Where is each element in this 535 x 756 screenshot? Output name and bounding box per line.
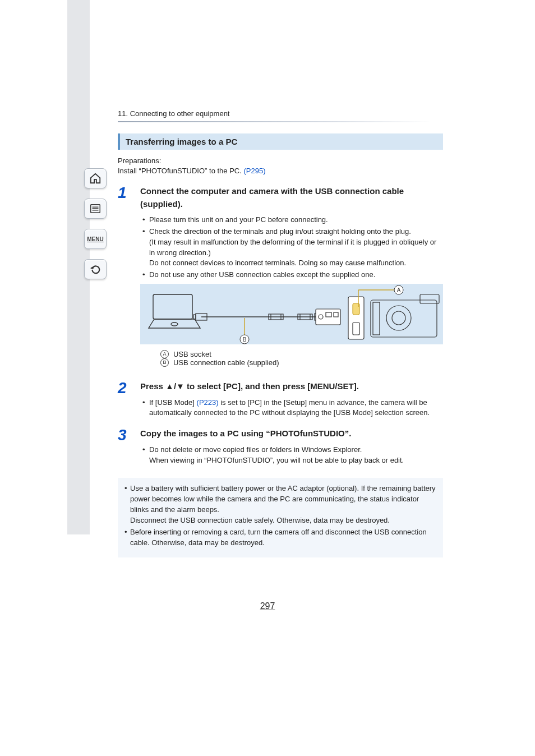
toc-icon [89, 202, 102, 215]
bottom-note-1-text: Use a battery with sufficient battery po… [130, 484, 436, 514]
step-3-bullet-1-text: Do not delete or move copied files or fo… [149, 445, 362, 454]
page-number[interactable]: 297 [0, 601, 535, 611]
diagram-marker-b: B [243, 336, 247, 343]
step-1-bullet-2-text: Check the direction of the terminals and… [149, 227, 411, 236]
step-1-bullet-1-text: Please turn this unit on and your PC bef… [149, 215, 328, 224]
step-3-bullet-1-cont: When viewing in “PHOTOfunSTUDIO”, you wi… [149, 455, 443, 466]
svg-point-5 [171, 322, 178, 326]
bottom-notes: Use a battery with sufficient battery po… [118, 478, 443, 557]
preparations-text: Install “PHOTOfunSTUDIO” to the PC. [118, 167, 243, 175]
legend-a-text: USB socket [173, 350, 211, 358]
section-heading: Transferring images to a PC [118, 133, 443, 150]
step-2-bullet-1-prefix: If [USB Mode] [149, 398, 197, 407]
menu-icon-label: MENU [87, 236, 103, 242]
breadcrumb: 11. Connecting to other equipment [118, 109, 443, 118]
bottom-note-2-text: Before inserting or removing a card, tur… [130, 528, 427, 547]
legend-a-marker: A [160, 350, 169, 358]
legend-b-marker: B [160, 358, 169, 367]
step-3-title: Copy the images to a PC using “PHOTOfunS… [140, 427, 443, 440]
svg-rect-4 [153, 294, 192, 319]
connection-diagram: A B [140, 284, 443, 344]
step-1-number: 1 [118, 185, 130, 372]
home-icon [89, 172, 102, 185]
sidebar-back-button[interactable] [84, 259, 107, 279]
breadcrumb-divider [118, 121, 432, 122]
svg-rect-24 [371, 300, 437, 337]
step-1-bullet-2-cont2: Do not connect devices to incorrect term… [149, 258, 443, 269]
up-down-arrow-icon: ▲/▼ [165, 381, 185, 391]
bottom-note-1-sub: Disconnect the USB connection cable safe… [130, 515, 436, 526]
diagram-marker-a: A [397, 287, 401, 293]
step-2-number: 2 [118, 380, 130, 420]
bottom-note-1: Use a battery with sufficient battery po… [124, 483, 436, 525]
svg-point-26 [386, 306, 411, 330]
step-2-bullet-1: If [USB Mode] (P223) is set to [PC] in t… [142, 398, 443, 419]
diagram-legend: A USB socket B USB connection cable (sup… [160, 350, 443, 367]
step-2-title-prefix: Press [140, 381, 165, 391]
sidebar-home-button[interactable] [84, 168, 107, 188]
step-3: 3 Copy the images to a PC using “PHOTOfu… [118, 427, 443, 467]
svg-rect-28 [373, 302, 380, 335]
step-1-bullet-2: Check the direction of the terminals and… [142, 227, 443, 269]
step-1-bullet-3: Do not use any other USB connection cabl… [142, 270, 443, 280]
legend-b-text: USB connection cable (supplied) [173, 358, 279, 367]
svg-point-27 [392, 311, 405, 325]
svg-rect-25 [420, 294, 439, 303]
step-1: 1 Connect the computer and camera with t… [118, 185, 443, 372]
step-2: 2 Press ▲/▼ to select [PC], and then pre… [118, 380, 443, 420]
sidebar-toc-button[interactable] [84, 199, 107, 219]
step-3-bullet-1: Do not delete or move copied files or fo… [142, 445, 443, 466]
link-p223[interactable]: (P223) [197, 398, 219, 407]
legend-a: A USB socket [160, 350, 443, 358]
preparations-line: Install “PHOTOfunSTUDIO” to the PC. (P29… [118, 167, 443, 175]
step-1-bullet-1: Please turn this unit on and your PC bef… [142, 215, 443, 225]
preparations-label: Preparations: [118, 156, 443, 165]
back-icon [89, 263, 102, 275]
legend-b: B USB connection cable (supplied) [160, 358, 443, 367]
step-1-bullet-3-text: Do not use any other USB connection cabl… [149, 270, 375, 279]
step-2-title: Press ▲/▼ to select [PC], and then press… [140, 380, 443, 393]
link-p295[interactable]: (P295) [243, 167, 265, 175]
sidebar-menu-button[interactable]: MENU [84, 229, 107, 249]
page-content: 11. Connecting to other equipment Transf… [118, 109, 443, 557]
svg-rect-8 [193, 315, 196, 319]
step-2-title-suffix: to select [PC], and then press [MENU/SET… [185, 381, 359, 391]
step-1-bullet-2-cont1: (It may result in malfunction by the def… [149, 237, 443, 259]
sidebar-nav: MENU [84, 168, 107, 279]
bottom-note-2: Before inserting or removing a card, tur… [124, 527, 436, 548]
step-3-number: 3 [118, 427, 130, 467]
step-1-title: Connect the computer and camera with the… [140, 185, 443, 210]
